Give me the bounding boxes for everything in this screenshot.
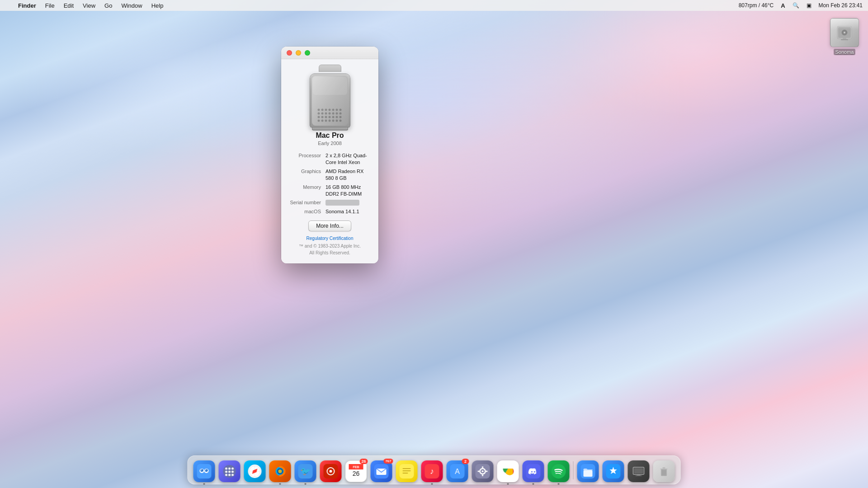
svg-point-9 — [321, 109, 323, 111]
svg-point-8 — [317, 109, 320, 111]
finder-dot — [203, 483, 205, 485]
svg-point-42 — [206, 469, 207, 470]
svg-rect-94 — [584, 470, 593, 477]
accessibility-icon[interactable]: A — [779, 1, 787, 10]
svg-rect-87 — [486, 471, 488, 472]
apple-menu[interactable] — [4, 5, 11, 6]
svg-rect-5 — [841, 39, 848, 40]
regulatory-certification-link[interactable]: Regulatory Certification — [307, 236, 354, 241]
dock-item-appstore2[interactable] — [602, 459, 625, 482]
dock-item-finder[interactable] — [193, 459, 216, 482]
dock-item-calendar[interactable]: FEB26 26 — [344, 459, 368, 482]
spotify-dot — [558, 483, 560, 485]
more-info-button[interactable]: More Info... — [308, 221, 351, 231]
svg-point-18 — [328, 113, 330, 115]
desktop-icon-sonoma[interactable]: Sonoma — [828, 16, 861, 57]
svg-point-22 — [317, 116, 320, 118]
dock-item-launchpad[interactable] — [218, 459, 241, 482]
datetime-display: Mon Feb 26 23:41 — [817, 1, 864, 9]
svg-point-11 — [328, 109, 330, 111]
model-name: Mac Pro — [316, 131, 344, 140]
svg-point-33 — [332, 120, 334, 122]
window-titlebar — [281, 47, 378, 59]
specs-table: Processor 2 x 2,8 GHz Quad-Core Intel Xe… — [288, 151, 371, 216]
svg-point-51 — [228, 474, 231, 476]
twitterrific-dot — [305, 483, 307, 485]
dock-item-spotify[interactable] — [547, 459, 571, 482]
files-app-icon — [577, 460, 599, 482]
screen-record-icon[interactable]: ▣ — [805, 1, 813, 9]
menu-go[interactable]: Go — [101, 1, 116, 10]
discord-dot — [533, 483, 534, 485]
svg-point-32 — [328, 120, 330, 122]
search-icon[interactable]: 🔍 — [791, 1, 801, 9]
svg-point-23 — [321, 116, 323, 118]
menubar-right: 807rpm / 46°C A 🔍 ▣ Mon Feb 26 23:41 — [737, 1, 864, 10]
safari-icon — [244, 460, 266, 482]
sonoma-disk-icon — [830, 18, 859, 47]
serial-value: XXXXXXXXXX — [325, 198, 371, 207]
calendar-badge: 26 — [359, 459, 368, 464]
window-maximize-button[interactable] — [305, 50, 310, 56]
dock-item-trash[interactable] — [652, 459, 676, 482]
processor-label: Processor — [288, 151, 325, 167]
svg-point-44 — [225, 468, 227, 470]
svg-point-47 — [225, 471, 227, 473]
svg-point-34 — [335, 120, 338, 122]
dock-item-appstore[interactable]: A 2 — [446, 459, 469, 482]
svg-point-25 — [328, 116, 330, 118]
svg-point-35 — [339, 120, 341, 122]
svg-rect-98 — [637, 474, 641, 475]
spec-row-graphics: Graphics AMD Radeon RX 580 8 GB — [288, 167, 371, 183]
dock-item-scrobbles[interactable] — [319, 459, 343, 482]
dock-item-notes[interactable] — [395, 459, 419, 482]
spotify-app-icon — [548, 460, 570, 482]
music-dot — [431, 483, 433, 485]
dock-item-screens[interactable] — [627, 459, 651, 482]
model-year: Early 2008 — [318, 141, 342, 146]
dock-item-chrome[interactable] — [496, 459, 520, 482]
memory-label: Memory — [288, 183, 325, 199]
svg-point-10 — [325, 109, 327, 111]
mac-pro-feet — [312, 127, 348, 131]
dock-item-mail[interactable]: 767 — [370, 459, 393, 482]
fan-temp-display: 807rpm / 46°C — [737, 1, 776, 9]
menubar: Finder File Edit View Go Window Help 807… — [0, 0, 868, 11]
menu-window[interactable]: Window — [118, 1, 146, 10]
mail-badge: 767 — [383, 459, 393, 464]
dock-item-discord[interactable] — [522, 459, 545, 482]
spec-row-serial: Serial number XXXXXXXXXX — [288, 198, 371, 207]
dock-item-firefox[interactable] — [269, 459, 292, 482]
window-minimize-button[interactable] — [296, 50, 301, 56]
dock-item-safari[interactable] — [243, 459, 267, 482]
dock-item-twitterrific[interactable]: 🐦 — [294, 459, 317, 482]
svg-rect-76 — [403, 473, 408, 474]
svg-rect-75 — [403, 470, 411, 471]
window-close-button[interactable] — [287, 50, 292, 56]
svg-point-48 — [228, 471, 231, 473]
chrome-app-icon — [497, 460, 519, 482]
screens-app-icon — [628, 460, 650, 482]
svg-rect-99 — [636, 475, 642, 476]
mac-pro-body — [310, 74, 350, 128]
dock-item-music[interactable]: ♪ — [420, 459, 444, 482]
menu-edit[interactable]: Edit — [60, 1, 77, 10]
app-name[interactable]: Finder — [14, 1, 40, 10]
serial-number-blurred: XXXXXXXXXX — [326, 200, 359, 206]
svg-rect-97 — [634, 468, 643, 474]
menu-help[interactable]: Help — [148, 1, 167, 10]
svg-text:🐦: 🐦 — [301, 466, 311, 476]
svg-rect-85 — [482, 474, 483, 476]
twitterrific-icon: 🐦 — [295, 460, 316, 482]
dock-item-files[interactable] — [576, 459, 600, 482]
svg-point-17 — [325, 113, 327, 115]
dock-item-sysprefs[interactable] — [471, 459, 495, 482]
serial-label: Serial number — [288, 198, 325, 207]
graphics-value: AMD Radeon RX 580 8 GB — [325, 167, 371, 183]
svg-rect-7 — [313, 77, 347, 95]
svg-rect-74 — [403, 468, 411, 469]
svg-point-49 — [231, 471, 234, 473]
appstore2-app-icon — [603, 460, 624, 482]
menu-file[interactable]: File — [42, 1, 58, 10]
menu-view[interactable]: View — [79, 1, 99, 10]
